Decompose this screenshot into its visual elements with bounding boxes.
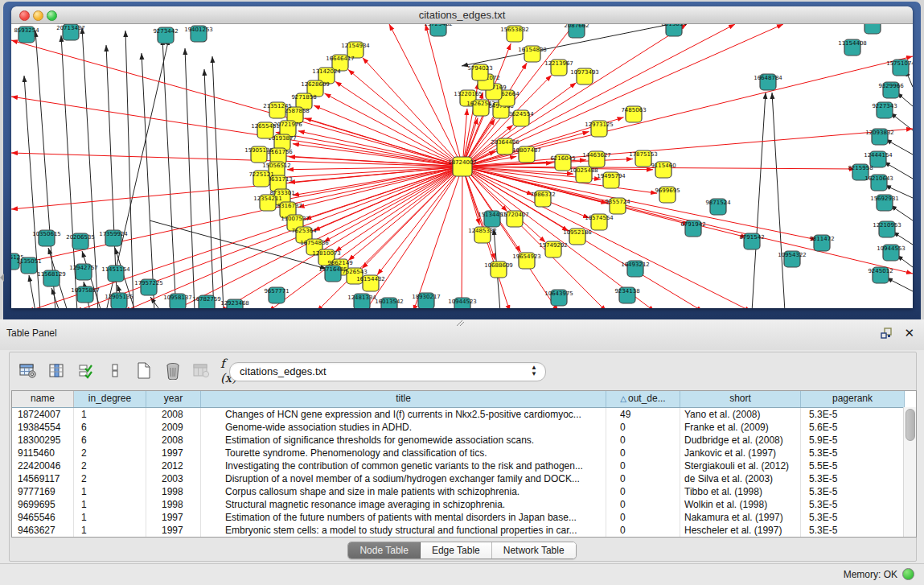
table-cell[interactable]: 22420046 [12, 459, 74, 472]
table-cell[interactable]: 0 [606, 524, 680, 537]
citation-edge[interactable] [29, 275, 35, 308]
column-header-year[interactable]: year [146, 391, 201, 407]
citation-edge[interactable] [35, 31, 55, 308]
collapsed-splitter-handle[interactable] [0, 274, 4, 282]
citation-edge-selected[interactable] [314, 167, 462, 231]
citation-edge[interactable] [204, 69, 214, 308]
table-cell[interactable]: 18300295 [12, 434, 74, 447]
table-settings-icon[interactable] [18, 360, 39, 381]
table-cell[interactable]: de Silva et al. (2003) [680, 472, 801, 485]
table-cell[interactable]: 19384554 [12, 421, 74, 434]
table-cell[interactable]: 2012 [146, 459, 201, 472]
citation-edge-selected[interactable] [11, 153, 462, 167]
citation-edge[interactable] [886, 278, 913, 291]
citation-edge-selected[interactable] [363, 58, 462, 167]
splitter-grip[interactable] [455, 320, 465, 327]
table-cell[interactable]: 1998 [146, 498, 201, 511]
citation-edge[interactable] [890, 113, 913, 130]
citation-edge[interactable] [51, 288, 60, 308]
citation-edge[interactable] [893, 232, 913, 245]
table-cell[interactable]: 5.3E-5 [801, 485, 905, 498]
table-cell[interactable]: Genome-wide association studies in ADHD. [201, 421, 606, 434]
table-row[interactable]: 1872400712008Changes of HCN gene express… [12, 408, 916, 421]
table-cell[interactable]: 5.6E-5 [801, 421, 905, 434]
delete-rows-trash-icon[interactable] [162, 360, 183, 381]
citation-edge-selected[interactable] [298, 131, 462, 167]
table-cell[interactable]: Tourette syndrome. Phenomenology and cla… [201, 447, 606, 459]
table-row[interactable]: 946554611997Estimation of the future num… [12, 511, 916, 524]
citation-edge[interactable] [772, 93, 785, 308]
table-cell[interactable]: 6 [74, 434, 146, 447]
citation-edge[interactable] [162, 39, 176, 308]
table-cell[interactable]: 1997 [146, 511, 201, 524]
memory-indicator[interactable]: Memory: OK [844, 568, 914, 580]
table-cell[interactable]: Embryonic stem cells: a model to study s… [201, 524, 606, 537]
table-cell[interactable]: Structural magnetic resonance image aver… [201, 498, 606, 511]
table-cell[interactable]: Estimation of significance thresholds fo… [201, 434, 606, 447]
table-row[interactable]: 977716911998Corpus callosum shape and si… [12, 485, 916, 498]
table-cell[interactable]: 5.5E-5 [801, 459, 905, 472]
citation-edge-selected[interactable] [11, 97, 462, 167]
table-cell[interactable]: 2 [74, 459, 146, 472]
table-select-combobox[interactable]: citations_edges.txt ▲▼ [229, 362, 546, 381]
table-cell[interactable]: 2 [74, 472, 146, 485]
citation-edge-selected[interactable] [76, 167, 462, 308]
citation-edge[interactable] [752, 93, 766, 308]
table-cell[interactable]: 5.3E-5 [801, 472, 905, 485]
column-header-short[interactable]: short [680, 391, 801, 407]
table-cell[interactable]: 0 [606, 447, 680, 459]
table-cell[interactable]: Investigating the contribution of common… [201, 459, 606, 472]
table-cell[interactable]: 0 [606, 421, 680, 434]
table-cell[interactable]: Changes of HCN gene expression and I(f) … [201, 408, 606, 421]
table-cell[interactable]: Yano et al. (2008) [680, 408, 801, 421]
citation-edge-selected[interactable] [293, 167, 462, 196]
citation-edge-selected[interactable] [293, 144, 462, 167]
table-cell[interactable]: 0 [606, 511, 680, 524]
citation-edge-selected[interactable] [335, 167, 462, 252]
table-row[interactable]: 1456911722003Disruption of a novel membe… [12, 472, 916, 485]
table-cell[interactable]: 49 [606, 408, 680, 421]
table-cell[interactable]: 1997 [146, 447, 201, 459]
table-cell[interactable]: Jankovic et al. (1997) [680, 447, 801, 459]
table-cell[interactable]: 5.3E-5 [801, 498, 905, 511]
table-cell[interactable]: 9777169 [12, 485, 74, 498]
network-canvas-svg[interactable]: 1215493416646417131420241262860992718581… [11, 24, 913, 308]
table-cell[interactable]: Dudbridge et al. (2008) [680, 434, 801, 447]
tab-edge-table[interactable]: Edge Table [421, 542, 492, 558]
table-cell[interactable]: 1 [74, 524, 146, 537]
new-file-icon[interactable] [133, 360, 154, 381]
column-header-in_degree[interactable]: in_degree [74, 391, 146, 407]
vertical-scrollbar[interactable] [903, 407, 916, 537]
citation-edge[interactable] [185, 48, 195, 308]
table-cell[interactable]: 9463627 [12, 524, 74, 537]
citation-edge[interactable] [150, 297, 161, 308]
float-panel-icon[interactable] [880, 327, 893, 340]
table-cell[interactable]: Franke et al. (2009) [680, 421, 801, 434]
table-cell[interactable]: 9699695 [12, 498, 74, 511]
tab-network-table[interactable]: Network Table [492, 542, 576, 558]
table-cell[interactable]: 1 [74, 511, 146, 524]
table-cell[interactable]: Corpus callosum shape and size in male p… [201, 485, 606, 498]
table-row[interactable]: 946362711997Embryonic stem cells: a mode… [12, 524, 916, 537]
table-cell[interactable]: 2003 [146, 472, 201, 485]
table-cell[interactable]: 2 [74, 447, 146, 459]
table-cell[interactable]: 1 [74, 485, 146, 498]
select-column-icon[interactable] [47, 360, 68, 381]
table-cell[interactable]: 9465546 [12, 511, 74, 524]
citation-edge-selected[interactable] [287, 113, 462, 167]
table-cell[interactable]: Nakamura et al. (1997) [680, 511, 801, 524]
table-cell[interactable]: Disruption of a novel member of a sodium… [201, 472, 606, 485]
table-cell[interactable]: 1 [74, 408, 146, 421]
column-header-name[interactable]: name [12, 391, 74, 407]
table-row[interactable]: 1830029562008Estimation of significance … [12, 434, 916, 447]
table-cell[interactable]: 0 [606, 472, 680, 485]
table-cell[interactable]: 14569117 [12, 472, 74, 485]
table-row[interactable]: 969969511998Structural magnetic resonanc… [12, 498, 916, 511]
table-cell[interactable]: Wolkin et al. (1998) [680, 498, 801, 511]
citation-edge-selected[interactable] [172, 167, 462, 308]
table-row[interactable]: 2242004622012Investigating the contribut… [12, 459, 916, 472]
table-cell[interactable]: Tibbo et al. (1998) [680, 485, 801, 498]
table-cell[interactable]: 5.3E-5 [801, 511, 905, 524]
table-cell[interactable]: 0 [606, 498, 680, 511]
select-rows-icon[interactable] [76, 360, 97, 381]
